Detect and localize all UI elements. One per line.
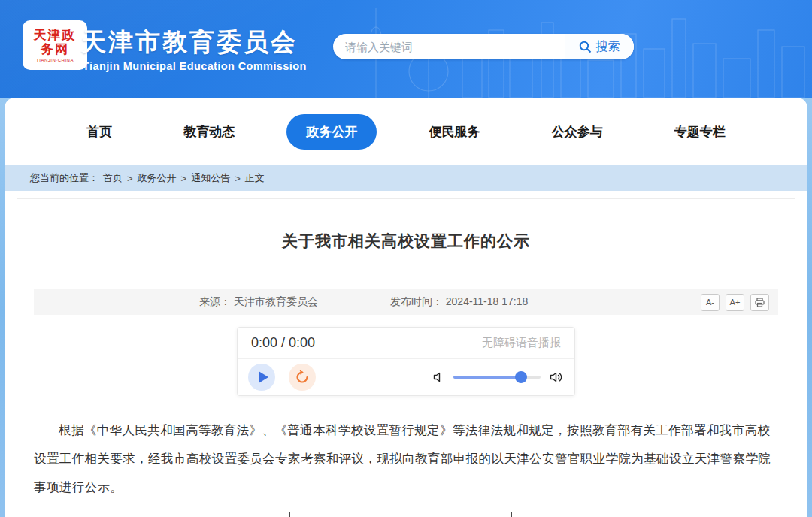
printer-icon (755, 298, 765, 307)
search-icon (579, 41, 592, 53)
meta-time-value: 2024-11-18 17:18 (446, 295, 529, 307)
site-subtitle: Tianjin Municipal Education Commission (83, 60, 307, 72)
volume-thumb[interactable] (515, 371, 527, 383)
breadcrumb-government-affairs[interactable]: 政务公开 (138, 171, 177, 185)
volume-fill (453, 376, 521, 379)
breadcrumb-separator: > (181, 173, 187, 184)
nav-item-public-services[interactable]: 便民服务 (410, 114, 500, 150)
breadcrumb-notices[interactable]: 通知公告 (191, 171, 230, 185)
volume-controls (432, 371, 564, 383)
volume-slider[interactable] (453, 376, 541, 379)
breadcrumb-separator: > (235, 173, 241, 184)
play-button[interactable] (248, 364, 275, 391)
article-box: 关于我市相关高校设置工作的公示 来源： 天津市教育委员会 发布时间： 2024-… (17, 198, 795, 517)
replay-button[interactable] (289, 364, 316, 391)
player-controls-row (238, 359, 574, 395)
meta-tools: A- A+ (701, 294, 769, 311)
nav-item-government-affairs[interactable]: 政务公开 (286, 114, 377, 150)
table-header-institution-type: 办学性质 (512, 512, 607, 517)
search-button-label: 搜索 (596, 39, 620, 55)
meta-source: 来源： 天津市教育委员会 (199, 295, 318, 309)
nav-item-public-participation[interactable]: 公众参与 (532, 114, 623, 150)
school-table: 学校名称 建校基础 办学所在地 办学性质 天津警察学院 天津公安警官职业学院 天… (205, 512, 607, 517)
main-container: 首页 教育动态 政务公开 便民服务 公众参与 专题专栏 您当前的位置： 首页 >… (5, 98, 807, 517)
player-caption: 无障碍语音播报 (482, 336, 561, 350)
font-decrease-button[interactable]: A- (701, 294, 720, 311)
font-increase-button[interactable]: A+ (726, 294, 744, 311)
seal-caption: TIANJIN·CHINA (36, 58, 74, 62)
nav-item-home[interactable]: 首页 (67, 114, 132, 150)
search-bar: 搜索 (333, 34, 634, 59)
site-seal-logo[interactable]: 天津政务网 TIANJIN·CHINA (23, 20, 87, 70)
search-input[interactable] (333, 34, 565, 59)
meta-source-value: 天津市教育委员会 (234, 295, 318, 307)
table-header-school-name: 学校名称 (205, 512, 290, 517)
site-header: 天津政务网 TIANJIN·CHINA 天津市教育委员会 Tianjin Mun… (0, 0, 812, 98)
breadcrumb-separator: > (127, 173, 133, 184)
article-title: 关于我市相关高校设置工作的公示 (34, 231, 778, 252)
nav-item-special-topics[interactable]: 专题专栏 (655, 114, 745, 150)
site-title: 天津市教育委员会 (81, 26, 298, 59)
nav-item-education-news[interactable]: 教育动态 (164, 114, 254, 150)
replay-icon (295, 370, 310, 385)
article-meta-bar: 来源： 天津市教育委员会 发布时间： 2024-11-18 17:18 A- A… (34, 289, 778, 315)
main-nav: 首页 教育动态 政务公开 便民服务 公众参与 专题专栏 (5, 98, 807, 165)
table-header-row: 学校名称 建校基础 办学所在地 办学性质 (205, 512, 607, 517)
content-area: 关于我市相关高校设置工作的公示 来源： 天津市教育委员会 发布时间： 2024-… (5, 191, 807, 517)
table-header-location: 办学所在地 (414, 512, 512, 517)
meta-time-label: 发布时间： (390, 295, 443, 307)
volume-mute-icon[interactable] (432, 371, 444, 383)
breadcrumb-home[interactable]: 首页 (103, 171, 123, 185)
seal-text: 天津政务网 (33, 28, 77, 56)
search-button[interactable]: 搜索 (565, 34, 634, 59)
meta-source-label: 来源： (199, 295, 231, 307)
accessibility-audio-player: 0:00 / 0:00 无障碍语音播报 (237, 327, 575, 396)
player-top-row: 0:00 / 0:00 无障碍语音播报 (238, 328, 574, 359)
breadcrumb-prefix: 您当前的位置： (30, 171, 98, 185)
table-header-founding-basis: 建校基础 (290, 512, 414, 517)
meta-publish-time: 发布时间： 2024-11-18 17:18 (390, 295, 528, 309)
play-icon (259, 371, 268, 383)
breadcrumb-current: 正文 (245, 171, 265, 185)
player-time-display: 0:00 / 0:00 (251, 335, 315, 351)
print-button[interactable] (750, 294, 769, 311)
volume-loud-icon[interactable] (550, 371, 564, 383)
article-body-paragraph: 根据《中华人民共和国高等教育法》、《普通本科学校设置暂行规定》等法律法规和规定，… (34, 416, 778, 501)
breadcrumb: 您当前的位置： 首页 > 政务公开 > 通知公告 > 正文 (5, 165, 807, 191)
